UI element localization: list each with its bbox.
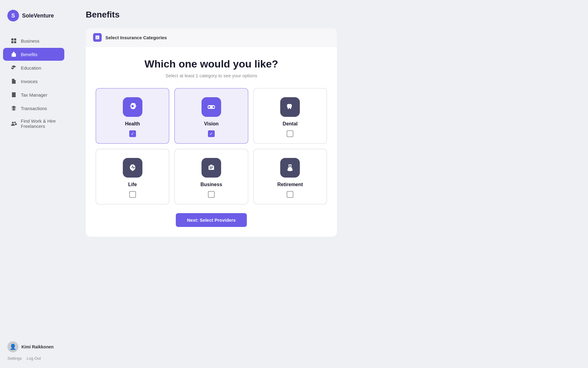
svg-point-6 bbox=[12, 122, 14, 124]
svg-rect-10 bbox=[131, 105, 134, 107]
page-title: Benefits bbox=[86, 10, 570, 20]
main-content: Benefits Select Insurance Categories Whi… bbox=[67, 0, 588, 368]
health-checkbox[interactable]: ✓ bbox=[129, 130, 136, 137]
sidebar-item-find-work-label: Find Work & Hire Freelancers bbox=[21, 118, 57, 129]
card-header-icon bbox=[93, 33, 102, 42]
sidebar: S SoleVenture Business bbox=[0, 0, 67, 368]
card-question: Which one would you like? bbox=[96, 58, 327, 70]
category-card-vision[interactable]: Vision ✓ bbox=[174, 88, 248, 144]
svg-rect-17 bbox=[209, 167, 213, 167]
sidebar-item-business[interactable]: Business bbox=[3, 34, 64, 47]
category-business-name: Business bbox=[200, 182, 222, 187]
sidebar-item-benefits-label: Benefits bbox=[21, 52, 37, 57]
card-body: Which one would you like? Select at leas… bbox=[86, 47, 337, 237]
category-card-retirement[interactable]: Retirement bbox=[253, 149, 327, 205]
card-subtitle: Select at least 1 category to see your o… bbox=[96, 73, 327, 78]
sidebar-item-education-label: Education bbox=[21, 65, 41, 71]
app-name: SoleVenture bbox=[22, 13, 54, 19]
sidebar-item-tax-manager[interactable]: Tax Manager bbox=[3, 88, 64, 101]
category-retirement-name: Retirement bbox=[277, 182, 303, 187]
logo-area: S SoleVenture bbox=[0, 10, 67, 34]
dental-checkbox[interactable] bbox=[287, 130, 293, 137]
user-area: 👤 Kimi Raikkonen bbox=[7, 341, 60, 352]
sidebar-item-invoices[interactable]: Invoices bbox=[3, 75, 64, 88]
life-icon-wrap bbox=[123, 158, 142, 178]
logout-link[interactable]: Log Out bbox=[27, 356, 41, 361]
category-card-life[interactable]: Life bbox=[96, 149, 169, 205]
category-card-business[interactable]: Business bbox=[174, 149, 248, 205]
people-icon bbox=[10, 120, 17, 127]
sidebar-item-transactions[interactable]: Transactions bbox=[3, 102, 64, 115]
life-checkbox[interactable] bbox=[129, 191, 136, 198]
retirement-icon-wrap bbox=[280, 158, 300, 178]
bag-icon bbox=[10, 51, 17, 58]
vision-icon-wrap bbox=[202, 97, 221, 117]
layers-icon bbox=[10, 105, 17, 112]
svg-rect-18 bbox=[209, 167, 213, 168]
sidebar-item-invoices-label: Invoices bbox=[21, 79, 38, 84]
user-name: Kimi Raikkonen bbox=[21, 344, 54, 349]
app-shell: S SoleVenture Business bbox=[0, 0, 588, 368]
sidebar-item-business-label: Business bbox=[21, 38, 40, 44]
next-button[interactable]: Next: Select Providers bbox=[176, 213, 247, 227]
card-header: Select Insurance Categories bbox=[86, 28, 337, 47]
svg-rect-0 bbox=[11, 38, 13, 40]
svg-point-14 bbox=[208, 106, 210, 108]
category-life-name: Life bbox=[128, 182, 137, 187]
page-header: Benefits bbox=[86, 10, 570, 20]
sidebar-item-tax-manager-label: Tax Manager bbox=[21, 92, 47, 98]
sidebar-item-education[interactable]: Education bbox=[3, 61, 64, 74]
business-icon-wrap bbox=[202, 158, 221, 178]
category-dental-name: Dental bbox=[283, 121, 298, 127]
logo-icon: S bbox=[7, 10, 19, 21]
card-header-label: Select Insurance Categories bbox=[105, 35, 167, 40]
doc-icon bbox=[10, 78, 17, 85]
sidebar-item-benefits[interactable]: Benefits bbox=[3, 48, 64, 61]
mortarboard-icon bbox=[10, 64, 17, 71]
svg-rect-20 bbox=[210, 165, 213, 166]
svg-rect-5 bbox=[13, 82, 14, 82]
sidebar-bottom: 👤 Kimi Raikkonen Settings Log Out bbox=[0, 341, 67, 361]
category-card-health[interactable]: Health ✓ bbox=[96, 88, 169, 144]
nav-list: Business Benefits Education bbox=[0, 34, 67, 341]
svg-point-24 bbox=[289, 165, 291, 167]
category-grid: Health ✓ bbox=[96, 88, 327, 205]
svg-rect-22 bbox=[288, 167, 292, 170]
sidebar-item-transactions-label: Transactions bbox=[21, 106, 47, 111]
svg-rect-19 bbox=[209, 168, 212, 169]
doc-list-icon bbox=[10, 91, 17, 98]
svg-rect-1 bbox=[14, 38, 16, 40]
category-health-name: Health bbox=[125, 121, 140, 127]
svg-rect-4 bbox=[13, 81, 15, 82]
business-checkbox[interactable] bbox=[208, 191, 215, 198]
grid-icon bbox=[10, 37, 17, 44]
dental-icon-wrap bbox=[280, 97, 300, 117]
vision-checkbox[interactable]: ✓ bbox=[208, 130, 215, 137]
category-card-dental[interactable]: Dental bbox=[253, 88, 327, 144]
health-icon-wrap bbox=[123, 97, 142, 117]
retirement-checkbox[interactable] bbox=[287, 191, 293, 198]
bottom-links: Settings Log Out bbox=[7, 356, 60, 361]
benefits-card: Select Insurance Categories Which one wo… bbox=[86, 28, 337, 237]
category-vision-name: Vision bbox=[204, 121, 219, 127]
avatar: 👤 bbox=[7, 341, 18, 352]
sidebar-item-find-work[interactable]: Find Work & Hire Freelancers bbox=[3, 115, 64, 132]
settings-link[interactable]: Settings bbox=[7, 356, 22, 361]
svg-point-7 bbox=[14, 122, 16, 123]
svg-rect-2 bbox=[11, 41, 13, 43]
svg-point-15 bbox=[213, 106, 214, 108]
svg-rect-3 bbox=[14, 41, 16, 43]
